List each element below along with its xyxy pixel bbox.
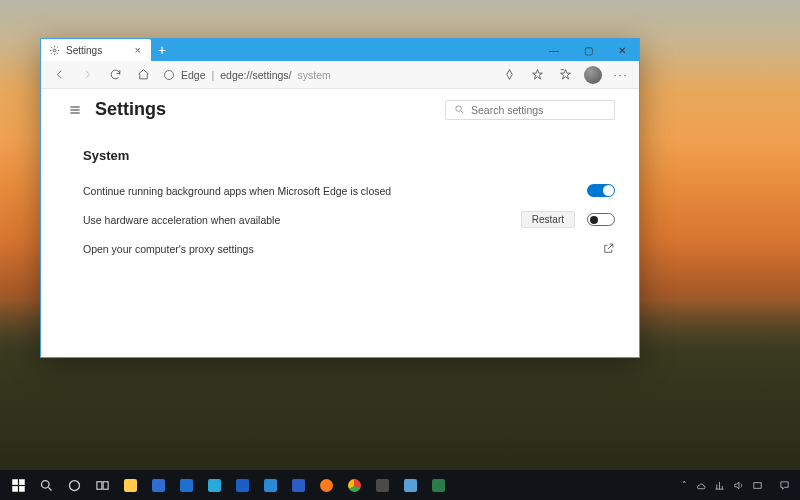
- tray-language-icon[interactable]: [752, 480, 763, 491]
- row-label: Open your computer's proxy settings: [83, 243, 254, 255]
- search-input[interactable]: [471, 104, 606, 116]
- search-icon: [454, 104, 465, 115]
- edge-logo-icon: [163, 69, 175, 81]
- task-view-button[interactable]: [88, 470, 116, 500]
- svg-point-2: [456, 106, 462, 112]
- start-button[interactable]: [4, 470, 32, 500]
- url-app: Edge: [181, 69, 206, 81]
- new-tab-button[interactable]: +: [151, 39, 173, 61]
- tray-network-icon[interactable]: [714, 480, 725, 491]
- toggle-hardware-accel[interactable]: [587, 213, 615, 226]
- svg-point-8: [69, 480, 79, 490]
- desktop-wallpaper: Settings × + — ▢ ✕ Edge | edge://setting…: [0, 0, 800, 500]
- svg-rect-5: [12, 486, 18, 492]
- url-path: system: [297, 69, 330, 81]
- settings-content: Settings System Continue running backgro…: [41, 89, 639, 357]
- svg-rect-10: [103, 481, 108, 489]
- svg-point-1: [165, 70, 174, 79]
- taskbar-app-explorer[interactable]: [116, 470, 144, 500]
- cortana-button[interactable]: [60, 470, 88, 500]
- tray-onedrive-icon[interactable]: [695, 480, 706, 491]
- taskbar-app-chrome[interactable]: [340, 470, 368, 500]
- row-hardware-accel: Use hardware acceleration when available…: [65, 204, 615, 235]
- url-display[interactable]: Edge | edge://settings/system: [159, 69, 493, 81]
- titlebar: Settings × + — ▢ ✕: [41, 39, 639, 61]
- section-heading: System: [83, 148, 615, 163]
- gear-icon: [49, 45, 60, 56]
- svg-point-7: [41, 480, 49, 488]
- taskbar: ˄: [0, 470, 800, 500]
- refresh-button[interactable]: [103, 63, 127, 87]
- window-close-button[interactable]: ✕: [605, 39, 639, 61]
- more-menu-button[interactable]: ···: [609, 63, 633, 87]
- restart-button[interactable]: Restart: [521, 211, 575, 228]
- browser-tab[interactable]: Settings ×: [41, 39, 151, 61]
- action-center-icon[interactable]: [779, 480, 790, 491]
- svg-rect-6: [19, 486, 25, 492]
- edge-window: Settings × + — ▢ ✕ Edge | edge://setting…: [40, 38, 640, 358]
- favorites-list-button[interactable]: [553, 63, 577, 87]
- page-title: Settings: [95, 99, 166, 120]
- tray-overflow-icon[interactable]: ˄: [682, 480, 687, 490]
- taskbar-app-misc2[interactable]: [396, 470, 424, 500]
- url-prefix: edge://settings/: [220, 69, 291, 81]
- home-button[interactable]: [131, 63, 155, 87]
- taskbar-app-edge[interactable]: [200, 470, 228, 500]
- settings-menu-button[interactable]: [65, 100, 85, 120]
- system-tray: ˄: [682, 480, 796, 491]
- taskbar-app-store[interactable]: [144, 470, 172, 500]
- toggle-background-apps[interactable]: [587, 184, 615, 197]
- svg-point-0: [53, 49, 56, 52]
- window-minimize-button[interactable]: —: [537, 39, 571, 61]
- row-proxy-settings[interactable]: Open your computer's proxy settings: [65, 235, 615, 262]
- taskbar-app-firefox[interactable]: [312, 470, 340, 500]
- taskbar-app-security[interactable]: [424, 470, 452, 500]
- back-button[interactable]: [47, 63, 71, 87]
- row-label: Use hardware acceleration when available: [83, 214, 280, 226]
- search-button[interactable]: [32, 470, 60, 500]
- svg-rect-9: [96, 481, 101, 489]
- taskbar-app-misc1[interactable]: [368, 470, 396, 500]
- window-maximize-button[interactable]: ▢: [571, 39, 605, 61]
- taskbar-app-onedrive[interactable]: [256, 470, 284, 500]
- taskbar-app-outlook[interactable]: [228, 470, 256, 500]
- row-background-apps: Continue running background apps when Mi…: [65, 177, 615, 204]
- tray-volume-icon[interactable]: [733, 480, 744, 491]
- favorite-button[interactable]: [525, 63, 549, 87]
- profile-avatar[interactable]: [581, 63, 605, 87]
- taskbar-app-word[interactable]: [284, 470, 312, 500]
- address-bar: Edge | edge://settings/system ···: [41, 61, 639, 89]
- row-label: Continue running background apps when Mi…: [83, 185, 391, 197]
- tab-title: Settings: [66, 45, 102, 56]
- svg-rect-11: [754, 482, 761, 488]
- svg-rect-4: [19, 479, 25, 485]
- external-link-icon: [602, 242, 615, 255]
- tab-close-icon[interactable]: ×: [133, 45, 143, 56]
- search-settings-field[interactable]: [445, 100, 615, 120]
- taskbar-app-mail[interactable]: [172, 470, 200, 500]
- forward-button[interactable]: [75, 63, 99, 87]
- svg-rect-3: [12, 479, 18, 485]
- url-sep: |: [212, 69, 215, 81]
- read-aloud-button[interactable]: [497, 63, 521, 87]
